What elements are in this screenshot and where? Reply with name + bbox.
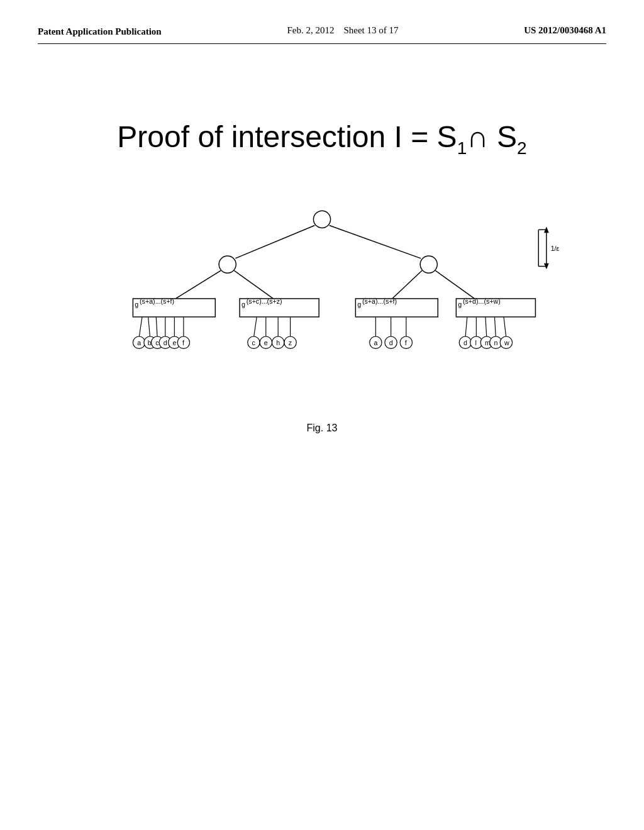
header-center: Feb. 2, 2012 Sheet 13 of 17 <box>287 25 398 36</box>
svg-line-6 <box>235 225 314 258</box>
left-node <box>219 256 236 273</box>
date-label: Feb. 2, 2012 <box>287 25 334 35</box>
svg-text:(s+a)...(s+f): (s+a)...(s+f) <box>362 297 397 304</box>
svg-line-32 <box>253 317 257 338</box>
svg-text:(s+a)...(s+f): (s+a)...(s+f) <box>140 297 174 304</box>
svg-text:g: g <box>242 300 245 307</box>
svg-text:c: c <box>252 338 255 346</box>
header-right: US 2012/0030468 A1 <box>524 25 606 36</box>
svg-line-22 <box>156 317 157 338</box>
svg-line-21 <box>148 317 150 338</box>
svg-line-9 <box>234 270 273 299</box>
right-node <box>420 256 437 273</box>
figure-label: Fig. 13 <box>307 423 338 434</box>
svg-line-49 <box>494 317 496 338</box>
svg-text:(s+c)...(s+z): (s+c)...(s+z) <box>247 297 282 304</box>
patent-number: US 2012/0030468 A1 <box>524 25 606 35</box>
svg-text:a: a <box>137 338 141 346</box>
svg-text:b: b <box>148 338 152 346</box>
svg-line-46 <box>465 317 467 338</box>
page: Patent Application Publication Feb. 2, 2… <box>0 0 644 830</box>
svg-text:z: z <box>289 338 292 346</box>
svg-line-10 <box>392 270 423 299</box>
main-content: Proof of intersection I = S1∩ S2 1/ε <box>38 119 606 434</box>
svg-line-8 <box>175 270 221 299</box>
svg-text:g: g <box>357 300 361 307</box>
svg-text:d: d <box>164 338 167 346</box>
svg-text:c: c <box>155 338 159 346</box>
publication-label: Patent Application Publication <box>38 26 162 36</box>
svg-text:n: n <box>494 338 497 346</box>
svg-text:l: l <box>475 338 476 346</box>
sheet-label: Sheet 13 of 17 <box>343 25 398 35</box>
header-left: Patent Application Publication <box>38 25 162 38</box>
svg-line-20 <box>139 317 142 338</box>
svg-text:a: a <box>374 338 377 346</box>
svg-line-7 <box>330 225 421 258</box>
svg-line-50 <box>504 317 506 338</box>
root-node <box>313 211 330 228</box>
diagram-container: 1/ε g (s+a)...(s+f) <box>77 196 567 397</box>
header: Patent Application Publication Feb. 2, 2… <box>38 25 606 44</box>
svg-line-11 <box>435 270 474 299</box>
epsilon-label: 1/ε <box>551 245 560 252</box>
diagram-svg: 1/ε g (s+a)...(s+f) <box>77 196 567 397</box>
svg-text:(s+d)...(s+w): (s+d)...(s+w) <box>463 297 501 304</box>
svg-text:g: g <box>135 300 138 307</box>
svg-text:e: e <box>264 338 268 346</box>
svg-text:e: e <box>172 338 176 346</box>
svg-text:g: g <box>458 300 462 307</box>
svg-text:f: f <box>182 338 184 346</box>
svg-text:d: d <box>389 338 393 346</box>
svg-line-48 <box>486 317 487 338</box>
svg-text:w: w <box>504 338 509 346</box>
svg-text:h: h <box>276 338 280 346</box>
svg-text:f: f <box>405 338 407 346</box>
svg-text:d: d <box>464 338 467 346</box>
page-title: Proof of intersection I = S1∩ S2 <box>117 119 526 158</box>
